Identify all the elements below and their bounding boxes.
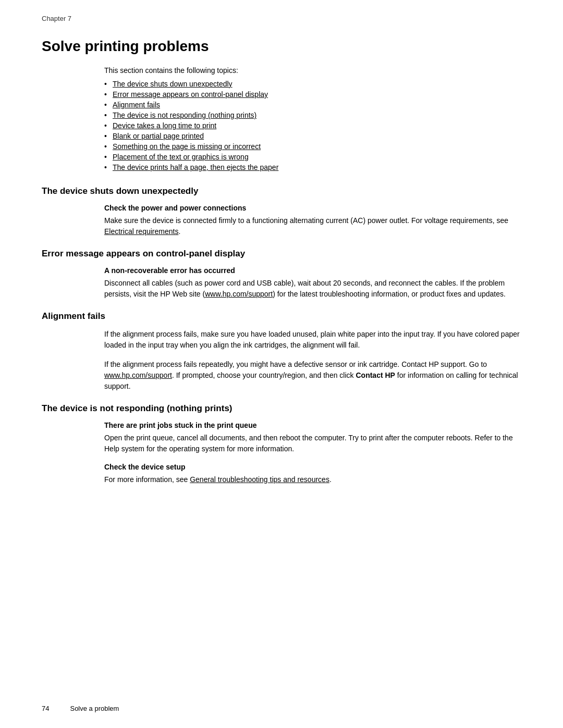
toc-item: The device prints half a page, then ejec…: [104, 163, 521, 171]
section-shuts-down: The device shuts down unexpectedly Check…: [42, 186, 521, 237]
toc-item: The device shuts down unexpectedly: [104, 80, 521, 88]
toc-item: Alignment fails: [104, 101, 521, 109]
body-print-queue: Open the print queue, cancel all documen…: [104, 433, 521, 454]
body-alignment-2: If the alignment process fails repeatedl…: [104, 359, 521, 392]
toc-item: Placement of the text or graphics is wro…: [104, 153, 521, 161]
section-heading-1: The device shuts down unexpectedly: [42, 186, 521, 196]
section-not-responding: The device is not responding (nothing pr…: [42, 403, 521, 485]
subheading-power: Check the power and power connections: [104, 204, 521, 212]
intro-text: This section contains the following topi…: [104, 66, 521, 75]
link-electrical[interactable]: Electrical requirements: [104, 227, 178, 236]
body-nonrecoverable: Disconnect all cables (such as power cor…: [104, 278, 521, 300]
body-device-setup: For more information, see General troubl…: [104, 474, 521, 485]
toc-list: The device shuts down unexpectedly Error…: [104, 80, 521, 171]
body-power: Make sure the device is connected firmly…: [104, 215, 521, 237]
footer: 74 Solve a problem: [42, 705, 119, 712]
subheading-device-setup: Check the device setup: [104, 463, 521, 471]
subheading-nonrecoverable: A non-recoverable error has occurred: [104, 266, 521, 275]
subheading-print-queue: There are print jobs stuck in the print …: [104, 421, 521, 429]
toc-link[interactable]: The device is not responding (nothing pr…: [113, 111, 256, 119]
link-troubleshooting[interactable]: General troubleshooting tips and resourc…: [190, 475, 329, 484]
body-alignment-1: If the alignment process fails, make sur…: [104, 329, 521, 351]
toc-link[interactable]: The device shuts down unexpectedly: [113, 80, 232, 88]
toc-link[interactable]: Blank or partial page printed: [113, 132, 204, 140]
section-heading-4: The device is not responding (nothing pr…: [42, 403, 521, 414]
section-error-message: Error message appears on control-panel d…: [42, 249, 521, 300]
toc-link[interactable]: Error message appears on control-panel d…: [113, 90, 268, 98]
toc-item: The device is not responding (nothing pr…: [104, 111, 521, 119]
toc-link[interactable]: Device takes a long time to print: [113, 121, 216, 130]
chapter-label: Chapter 7: [42, 15, 521, 22]
toc-item: Error message appears on control-panel d…: [104, 90, 521, 98]
toc-item: Device takes a long time to print: [104, 121, 521, 130]
section-heading-3: Alignment fails: [42, 311, 521, 322]
toc-link[interactable]: Placement of the text or graphics is wro…: [113, 153, 249, 161]
page: Chapter 7 Solve printing problems This s…: [0, 0, 563, 728]
toc-link[interactable]: Alignment fails: [113, 101, 160, 109]
toc-link[interactable]: The device prints half a page, then ejec…: [113, 163, 278, 171]
link-hp-support-1[interactable]: www.hp.com/support: [205, 290, 273, 298]
link-hp-support-2[interactable]: www.hp.com/support: [104, 371, 172, 379]
footer-text: Solve a problem: [70, 705, 119, 712]
toc-item: Blank or partial page printed: [104, 132, 521, 140]
toc-item: Something on the page is missing or inco…: [104, 142, 521, 151]
footer-page-number: 74: [42, 705, 49, 712]
section-heading-2: Error message appears on control-panel d…: [42, 249, 521, 259]
page-title: Solve printing problems: [42, 38, 521, 55]
section-alignment: Alignment fails If the alignment process…: [42, 311, 521, 392]
toc-link[interactable]: Something on the page is missing or inco…: [113, 142, 261, 151]
